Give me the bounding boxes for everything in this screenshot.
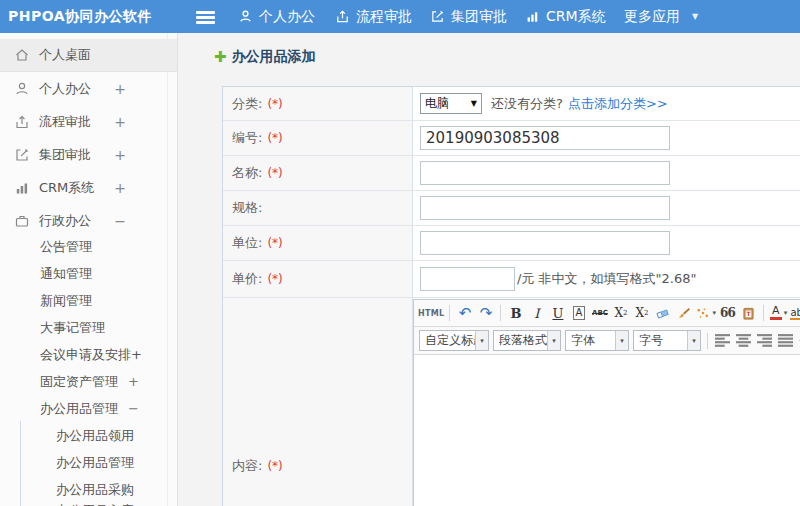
sidebar-item-label: 个人桌面 xyxy=(39,46,91,64)
required-mark: (*) xyxy=(267,131,282,145)
hamburger-menu-icon[interactable] xyxy=(196,11,215,26)
html-source-button[interactable]: HTML xyxy=(418,303,444,323)
clipboard-t-icon: T xyxy=(741,306,756,321)
spec-input[interactable] xyxy=(420,196,670,220)
form-row-code: 编号: (*) xyxy=(223,121,800,156)
align-left-button[interactable] xyxy=(713,331,732,351)
sidebar-item-notice-mgmt[interactable]: 通知管理 xyxy=(0,260,177,287)
select-caret-icon: ▼ xyxy=(471,99,477,108)
sidebar-item-personal-office[interactable]: 个人办公 + xyxy=(0,72,177,105)
editor-toolbar-row2: 自定义标题▾ 段落格式▾ 字体▾ 字号▾ xyxy=(414,327,800,355)
edit-square-icon xyxy=(430,9,445,24)
nav-group-approval[interactable]: 集团审批 xyxy=(430,0,507,33)
expand-plus-icon[interactable]: + xyxy=(114,114,126,130)
expand-plus-icon[interactable]: + xyxy=(114,81,126,97)
strikethrough-button[interactable]: ABC xyxy=(590,303,609,323)
editor-content-area[interactable] xyxy=(414,355,800,506)
toolbar-separator xyxy=(707,333,708,349)
toolbar-separator xyxy=(500,305,501,321)
nav-crm-system[interactable]: CRM系统 xyxy=(525,0,606,33)
sidebar-subitem-label: 固定资产管理 xyxy=(40,374,118,389)
sidebar-item-group-approval[interactable]: 集团审批 + xyxy=(0,138,177,171)
sidebar-subitem-label: 办公用品管理 xyxy=(56,455,134,470)
underline-button[interactable]: U xyxy=(548,303,567,323)
field-label: 名称: xyxy=(232,164,262,182)
font-size-select[interactable]: 字号▾ xyxy=(633,330,701,351)
font-color-button[interactable]: A ▾ xyxy=(769,303,788,323)
form-row-price: 单价: (*) /元 非中文，如填写格式"2.68" xyxy=(223,261,800,298)
font-color-a-icon: A xyxy=(770,306,782,320)
field-value-cell xyxy=(413,226,800,260)
sidebar-item-label: 流程审批 xyxy=(39,113,91,131)
field-value-cell: HTML ↶ ↷ B I U A ABC X2 X2 xyxy=(413,298,800,506)
blockquote-button[interactable]: 66 xyxy=(718,303,737,323)
auto-typeset-button[interactable]: ▾ xyxy=(695,303,716,323)
nav-personal-office[interactable]: 个人办公 xyxy=(238,0,315,33)
code-input[interactable] xyxy=(420,126,670,150)
required-mark: (*) xyxy=(267,272,282,286)
align-center-icon xyxy=(736,333,751,348)
add-plus-icon: ✚ xyxy=(214,50,227,64)
chevron-down-icon[interactable]: ▼ xyxy=(692,0,698,33)
field-label: 单价: xyxy=(232,270,262,288)
superscript-button[interactable]: X2 xyxy=(611,303,630,323)
font-border-button[interactable]: A xyxy=(569,303,588,323)
field-label-cell: 内容: (*) xyxy=(223,298,413,506)
field-label: 编号: xyxy=(232,129,262,147)
sidebar-item-workflow-approval[interactable]: 流程审批 + xyxy=(0,105,177,138)
edit-square-icon xyxy=(14,147,30,163)
field-label-cell: 规格: xyxy=(223,191,413,225)
sidebar-item-supplies-inbound[interactable]: 办公用品入库 xyxy=(0,497,177,506)
sidebar-subitem-label: 大事记管理 xyxy=(40,320,105,335)
collapse-minus-icon[interactable]: − xyxy=(114,213,126,229)
sidebar-item-personal-desktop[interactable]: 个人桌面 xyxy=(0,39,177,72)
sidebar-item-supplies-manage[interactable]: 办公用品管理 xyxy=(0,449,177,476)
expand-plus-icon[interactable]: + xyxy=(114,147,126,163)
sidebar-item-office-supplies-mgmt[interactable]: 办公用品管理− xyxy=(0,395,177,422)
name-input[interactable] xyxy=(420,161,670,185)
form-row-spec: 规格: xyxy=(223,191,800,226)
nav-more-apps[interactable]: 更多应用 xyxy=(624,0,680,33)
sidebar-item-news-mgmt[interactable]: 新闻管理 xyxy=(0,287,177,314)
category-select[interactable]: 电脑 ▼ xyxy=(420,93,482,114)
sidebar-item-meeting-request[interactable]: 会议申请及安排+ xyxy=(0,341,177,368)
subscript-button[interactable]: X2 xyxy=(632,303,651,323)
home-icon xyxy=(14,47,30,63)
collapse-minus-icon[interactable]: − xyxy=(128,401,139,416)
required-mark: (*) xyxy=(267,166,282,180)
redo-button[interactable]: ↷ xyxy=(476,303,495,323)
bold-button[interactable]: B xyxy=(506,303,525,323)
sup-mark: 2 xyxy=(623,309,627,317)
align-justify-button[interactable] xyxy=(776,331,795,351)
eraser-icon xyxy=(655,306,670,321)
highlight-color-button[interactable]: ab ▾ xyxy=(790,303,800,323)
font-family-select[interactable]: 字体▾ xyxy=(565,330,629,351)
eraser-button[interactable] xyxy=(653,303,672,323)
paste-as-text-button[interactable]: T xyxy=(739,303,758,323)
nav-workflow-approval[interactable]: 流程审批 xyxy=(335,0,412,33)
align-center-button[interactable] xyxy=(734,331,753,351)
sidebar-item-memorabilia-mgmt[interactable]: 大事记管理 xyxy=(0,314,177,341)
price-input[interactable] xyxy=(420,267,515,291)
sidebar-item-crm-system[interactable]: CRM系统 + xyxy=(0,171,177,204)
unit-input[interactable] xyxy=(420,231,670,255)
field-label-cell: 名称: (*) xyxy=(223,156,413,190)
expand-plus-icon[interactable]: + xyxy=(114,180,126,196)
nav-label: 个人办公 xyxy=(259,8,315,26)
sidebar-item-fixed-assets-mgmt[interactable]: 固定资产管理+ xyxy=(0,368,177,395)
italic-button[interactable]: I xyxy=(527,303,546,323)
sidebar-item-supplies-claim[interactable]: 办公用品领用 xyxy=(0,422,177,449)
field-label-cell: 编号: (*) xyxy=(223,121,413,155)
format-painter-button[interactable] xyxy=(674,303,693,323)
expand-plus-icon[interactable]: + xyxy=(128,374,139,389)
sidebar-item-announcement-mgmt[interactable]: 公告管理 xyxy=(0,233,177,260)
page-title-text: 办公用品添加 xyxy=(232,48,316,66)
highlight-ab-icon: ab xyxy=(790,307,800,320)
custom-heading-select[interactable]: 自定义标题▾ xyxy=(419,330,489,351)
align-right-button[interactable] xyxy=(755,331,774,351)
nav-label: 集团审批 xyxy=(451,8,507,26)
add-category-link[interactable]: 点击添加分类>> xyxy=(568,95,668,113)
bar-chart-icon xyxy=(525,9,540,24)
undo-button[interactable]: ↶ xyxy=(455,303,474,323)
paragraph-format-select[interactable]: 段落格式▾ xyxy=(493,330,561,351)
